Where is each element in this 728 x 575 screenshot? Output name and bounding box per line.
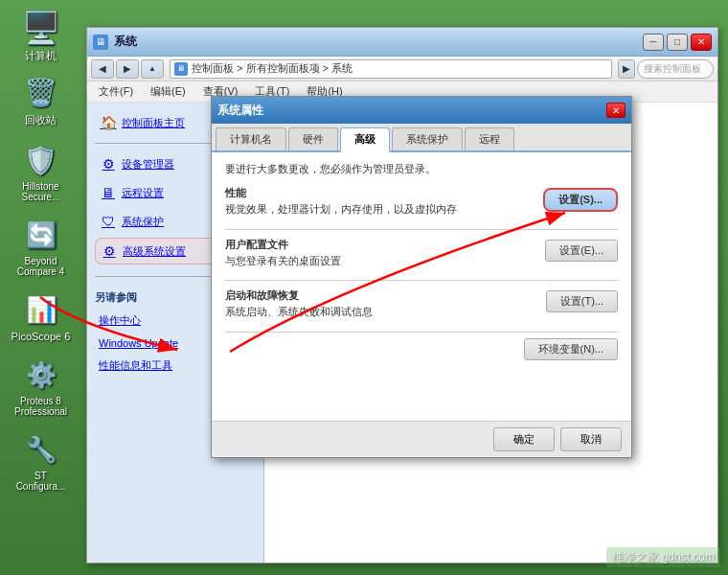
tab-hardware[interactable]: 硬件 bbox=[288, 127, 338, 150]
performance-section: 设置(S)... 性能 视觉效果，处理器计划，内存使用，以及虚拟内存 bbox=[225, 186, 618, 217]
computer-icon: 🖥️ bbox=[22, 9, 60, 47]
dialog-close-button[interactable]: ✕ bbox=[606, 103, 626, 118]
windows-update-label: Windows Update bbox=[99, 337, 178, 349]
advanced-settings-label: 高级系统设置 bbox=[123, 244, 186, 259]
window-titlebar: 🖥 系统 ─ □ ✕ bbox=[87, 28, 717, 57]
menu-file[interactable]: 文件(F) bbox=[91, 82, 141, 101]
section-divider-2 bbox=[225, 280, 618, 281]
tab-remote[interactable]: 远程 bbox=[465, 127, 514, 150]
search-placeholder: 搜索控制面板 bbox=[644, 62, 701, 76]
address-bar[interactable]: 🖥 控制面板 > 所有控制面板项 > 系统 bbox=[170, 59, 612, 79]
window-controls: ─ □ ✕ bbox=[643, 34, 712, 51]
startup-btn-wrapper: 设置(T)... bbox=[546, 290, 618, 312]
performance-info-label: 性能信息和工具 bbox=[99, 358, 172, 373]
window-icon: 🖥 bbox=[93, 34, 108, 50]
control-panel-icon: 🏠 bbox=[99, 113, 118, 132]
env-variables-button[interactable]: 环境变量(N)... bbox=[524, 338, 618, 360]
dialog-content: 要进行大多数更改，您必须作为管理员登录。 设置(S)... 性能 视觉效果，处理… bbox=[212, 152, 631, 421]
toolbar: ◀ ▶ ▲ 🖥 控制面板 > 所有控制面板项 > 系统 ▶ 搜索控制面板 bbox=[87, 57, 717, 81]
desktop-icons-panel: 🖥️ 计算机 🗑️ 回收站 🛡️ HillstoneSecure... 🔄 Be… bbox=[0, 0, 81, 495]
address-text: 控制面板 > 所有控制面板项 > 系统 bbox=[192, 61, 353, 76]
close-button[interactable]: ✕ bbox=[691, 34, 712, 51]
dialog-title: 系统属性 bbox=[217, 103, 263, 119]
maximize-button[interactable]: □ bbox=[667, 34, 688, 51]
system-protect-label: 系统保护 bbox=[122, 215, 164, 229]
device-manager-icon: ⚙ bbox=[99, 154, 118, 173]
cancel-button[interactable]: 取消 bbox=[560, 427, 622, 451]
desktop-icon-picoscope[interactable]: 📊 PicoScope 6 bbox=[3, 287, 80, 346]
window-title: 系统 bbox=[114, 34, 137, 50]
ok-button[interactable]: 确定 bbox=[493, 427, 555, 451]
tab-computer-name[interactable]: 计算机名 bbox=[216, 127, 286, 150]
dialog-tabs: 计算机名 硬件 高级 系统保护 远程 bbox=[212, 124, 631, 152]
startup-settings-button[interactable]: 设置(T)... bbox=[546, 290, 618, 312]
desktop-icon-recycle[interactable]: 🗑️ 回收站 bbox=[3, 69, 80, 131]
hillstone-label: HillstoneSecure... bbox=[21, 181, 59, 202]
dialog-footer: 确定 取消 bbox=[212, 421, 631, 457]
st-label: STConfigura... bbox=[16, 471, 66, 492]
recycle-icon: 🗑️ bbox=[22, 73, 60, 111]
dialog-titlebar: 系统属性 ✕ bbox=[212, 97, 631, 124]
proteus-icon: ⚙️ bbox=[22, 356, 60, 394]
proteus-label: Proteus 8Professional bbox=[14, 396, 67, 417]
device-manager-label: 设备管理器 bbox=[122, 157, 174, 172]
dialog-admin-note: 要进行大多数更改，您必须作为管理员登录。 bbox=[225, 162, 618, 176]
up-button[interactable]: ▲ bbox=[141, 59, 164, 79]
advanced-settings-icon: ⚙ bbox=[100, 242, 119, 261]
desktop-icon-st[interactable]: 🔧 STConfigura... bbox=[3, 426, 80, 495]
recycle-icon-label: 回收站 bbox=[25, 113, 57, 127]
picoscope-label: PicoScope 6 bbox=[11, 331, 71, 342]
section-divider-1 bbox=[225, 229, 618, 230]
action-center-label: 操作中心 bbox=[99, 313, 141, 328]
hillstone-icon: 🛡️ bbox=[22, 141, 60, 179]
user-profile-settings-button[interactable]: 设置(E)... bbox=[545, 240, 618, 262]
beyond-compare-label: BeyondCompare 4 bbox=[17, 256, 64, 277]
desktop-icon-computer[interactable]: 🖥️ 计算机 bbox=[3, 5, 80, 67]
remote-settings-icon: 🖥 bbox=[99, 183, 118, 202]
forward-button[interactable]: ▶ bbox=[116, 59, 139, 79]
remote-settings-label: 远程设置 bbox=[122, 186, 164, 200]
desktop-icon-beyond[interactable]: 🔄 BeyondCompare 4 bbox=[3, 212, 80, 281]
address-icon: 🖥 bbox=[174, 62, 188, 76]
performance-settings-btn-wrapper: 设置(S)... bbox=[543, 188, 618, 212]
menu-edit[interactable]: 编辑(E) bbox=[143, 82, 193, 101]
system-properties-dialog: 系统属性 ✕ 计算机名 硬件 高级 系统保护 远程 要进行大多数更改，您必须作为… bbox=[211, 96, 632, 458]
section-divider-3 bbox=[225, 332, 618, 333]
title-left: 🖥 系统 bbox=[93, 34, 137, 50]
tab-system-protect[interactable]: 系统保护 bbox=[392, 127, 463, 150]
control-panel-label: 控制面板主页 bbox=[122, 116, 185, 130]
address-go-button[interactable]: ▶ bbox=[618, 59, 635, 79]
desktop-icon-proteus[interactable]: ⚙️ Proteus 8Professional bbox=[3, 352, 80, 421]
startup-section: 设置(T)... 启动和故障恢复 系统启动、系统失败和调试信息 bbox=[225, 288, 618, 319]
st-icon: 🔧 bbox=[22, 430, 60, 469]
back-button[interactable]: ◀ bbox=[91, 59, 114, 79]
desktop: 🖥️ 计算机 🗑️ 回收站 🛡️ HillstoneSecure... 🔄 Be… bbox=[0, 0, 728, 575]
env-variables-wrapper: 环境变量(N)... bbox=[225, 338, 618, 360]
beyond-compare-icon: 🔄 bbox=[22, 216, 60, 254]
search-box[interactable]: 搜索控制面板 bbox=[637, 59, 714, 79]
picoscope-icon: 📊 bbox=[22, 290, 60, 329]
minimize-button[interactable]: ─ bbox=[643, 34, 664, 51]
computer-icon-label: 计算机 bbox=[25, 49, 57, 63]
performance-settings-button[interactable]: 设置(S)... bbox=[543, 188, 618, 212]
watermark: 纯净之家 gdnst.com bbox=[606, 547, 720, 567]
tab-advanced[interactable]: 高级 bbox=[340, 127, 390, 152]
user-profile-section: 设置(E)... 用户配置文件 与您登录有关的桌面设置 bbox=[225, 238, 618, 268]
desktop-icon-hillstone[interactable]: 🛡️ HillstoneSecure... bbox=[3, 137, 80, 206]
system-protect-icon: 🛡 bbox=[99, 212, 118, 231]
user-profile-btn-wrapper: 设置(E)... bbox=[545, 240, 618, 262]
